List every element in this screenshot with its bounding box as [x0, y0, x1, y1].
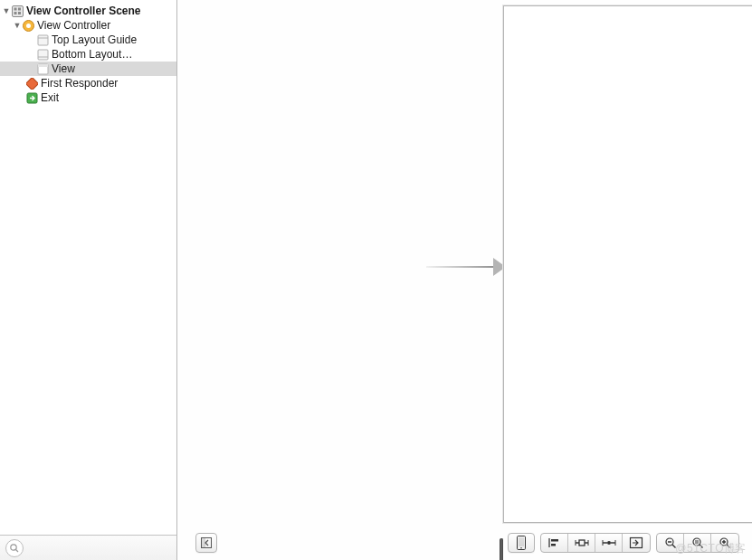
outline-item-exit[interactable]: Exit: [0, 90, 176, 105]
zoom-actual-icon: [691, 536, 704, 549]
canvas-bottom-toolbar: [177, 529, 752, 560]
view-controller-icon: [22, 19, 34, 32]
outline-scene-label: View Controller Scene: [26, 4, 141, 18]
svg-point-6: [26, 24, 31, 28]
svg-rect-30: [579, 540, 585, 546]
svg-rect-3: [14, 12, 16, 14]
outline-label: View Controller: [37, 18, 110, 33]
outline-label: Exit: [41, 90, 59, 105]
outline-filter-input[interactable]: [5, 539, 24, 557]
disclosure-triangle-icon[interactable]: ▼: [13, 18, 22, 33]
zoom-actual-button[interactable]: [684, 534, 711, 552]
panel-collapse-icon: [201, 537, 212, 548]
outline-scene-row[interactable]: ▼ View Controller Scene: [0, 4, 176, 18]
layout-guide-icon: [36, 33, 49, 46]
zoom-out-icon: [664, 536, 677, 549]
svg-line-45: [700, 545, 703, 548]
svg-line-41: [672, 545, 676, 548]
resolve-issues-button[interactable]: [595, 534, 623, 552]
svg-point-42: [693, 538, 700, 546]
svg-rect-1: [14, 7, 16, 10]
pin-icon: [574, 536, 590, 549]
svg-rect-26: [551, 539, 558, 542]
svg-rect-12: [38, 64, 48, 67]
embed-in-button[interactable]: [623, 534, 650, 552]
arrow-line-icon: [426, 266, 493, 268]
resolve-icon: [601, 536, 617, 549]
align-icon: [547, 536, 562, 549]
svg-rect-23: [519, 537, 524, 546]
svg-point-15: [11, 544, 16, 549]
initial-scene-arrow[interactable]: [426, 255, 506, 279]
zoom-out-button[interactable]: [657, 534, 684, 552]
svg-rect-2: [18, 7, 21, 10]
svg-line-49: [727, 545, 730, 548]
svg-rect-0: [12, 5, 23, 16]
outline-item-view-controller[interactable]: ▼ View Controller: [0, 18, 176, 33]
exit-icon: [25, 91, 38, 104]
svg-rect-9: [38, 50, 48, 60]
zoom-tool-group: [656, 533, 739, 553]
zoom-in-icon: [719, 536, 731, 549]
outline-item-top-layout[interactable]: Top Layout Guide: [0, 33, 176, 47]
disclosure-triangle-icon[interactable]: ▼: [2, 4, 11, 18]
svg-rect-7: [38, 35, 48, 45]
view-icon: [36, 62, 49, 75]
svg-line-16: [16, 549, 19, 552]
outline-label: Top Layout Guide: [52, 33, 137, 47]
outline-item-bottom-layout[interactable]: Bottom Layout…: [0, 47, 176, 62]
align-button[interactable]: [541, 534, 568, 552]
outline-item-view[interactable]: View: [0, 62, 176, 76]
filter-icon: [9, 543, 20, 554]
svg-rect-21: [202, 538, 205, 548]
svg-rect-13: [26, 78, 38, 90]
outline-label: Bottom Layout…: [52, 47, 132, 62]
outline-tree[interactable]: ▼ View Controller Scene ▼ View Controlle…: [0, 0, 176, 535]
zoom-in-button[interactable]: [711, 534, 738, 552]
document-outline: ▼ View Controller Scene ▼ View Controlle…: [0, 0, 177, 560]
layout-guide-icon: [36, 48, 49, 61]
first-responder-icon: [25, 77, 38, 90]
svg-point-34: [607, 541, 611, 545]
device-frame-view-controller[interactable]: [503, 5, 752, 523]
outline-label: View: [52, 62, 75, 76]
outline-filter-bar: [0, 535, 176, 560]
outline-label: First Responder: [41, 76, 118, 90]
svg-rect-4: [18, 12, 21, 14]
outline-item-first-responder[interactable]: First Responder: [0, 76, 176, 90]
svg-rect-27: [551, 544, 556, 546]
device-icon: [517, 536, 526, 550]
device-config-button[interactable]: [508, 533, 535, 553]
svg-point-24: [520, 547, 522, 549]
interface-builder-canvas[interactable]: @51CTO博客: [177, 0, 752, 560]
status-bar: [504, 6, 752, 24]
pin-button[interactable]: [568, 534, 595, 552]
collapse-outline-button[interactable]: [195, 533, 217, 553]
storyboard-scene-icon: [11, 5, 24, 17]
embed-icon: [629, 536, 643, 549]
autolayout-tool-group: [540, 533, 651, 553]
